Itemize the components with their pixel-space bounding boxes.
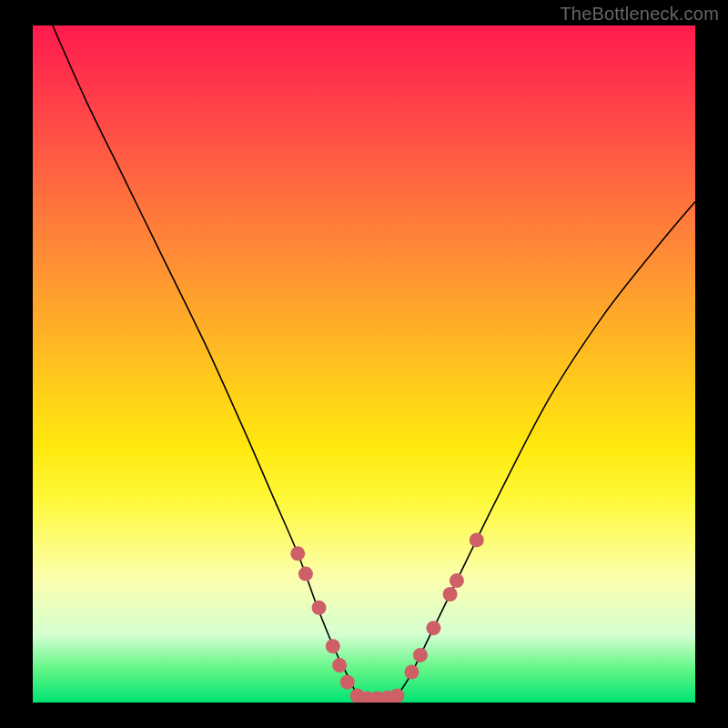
- marker-dot: [404, 665, 419, 680]
- bottleneck-curve: [53, 25, 695, 700]
- marker-dot: [298, 567, 313, 581]
- chart-frame: TheBottleneck.com: [0, 0, 728, 728]
- marker-dot: [389, 689, 404, 703]
- marker-dot: [413, 648, 428, 662]
- marker-dot: [332, 658, 347, 672]
- marker-dot: [426, 621, 440, 635]
- curve-overlay: [33, 25, 695, 703]
- marker-dot: [312, 601, 327, 615]
- marker-dot: [340, 675, 355, 690]
- marker-dot: [290, 546, 305, 561]
- marker-dot: [450, 573, 464, 588]
- watermark-text: TheBottleneck.com: [560, 4, 719, 25]
- marker-dot: [443, 587, 458, 602]
- marker-dot: [470, 532, 484, 547]
- plot-area: [33, 25, 695, 703]
- marker-dot: [326, 639, 340, 653]
- marker-dots: [290, 532, 484, 703]
